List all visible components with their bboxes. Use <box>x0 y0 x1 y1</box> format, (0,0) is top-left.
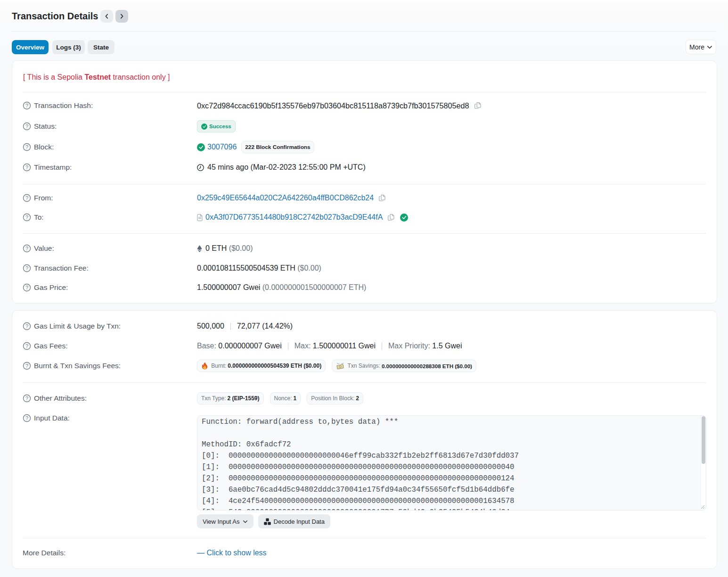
svg-text:?: ? <box>25 396 28 401</box>
svg-text:?: ? <box>25 195 28 201</box>
svg-text:?: ? <box>25 415 28 421</box>
svg-text:?: ? <box>25 214 28 220</box>
svg-text:?: ? <box>25 265 28 271</box>
svg-text:?: ? <box>25 285 28 290</box>
svg-text:?: ? <box>25 246 28 251</box>
svg-text:?: ? <box>25 144 28 150</box>
svg-text:?: ? <box>25 103 28 108</box>
svg-text:?: ? <box>25 343 28 349</box>
svg-text:?: ? <box>25 165 28 170</box>
svg-text:?: ? <box>25 363 28 369</box>
svg-text:?: ? <box>25 323 28 329</box>
svg-text:?: ? <box>25 124 28 129</box>
